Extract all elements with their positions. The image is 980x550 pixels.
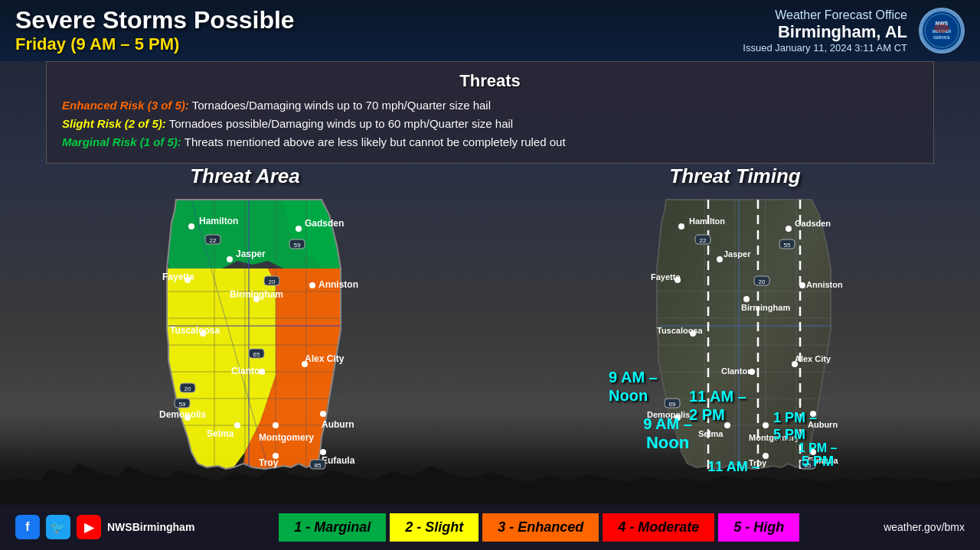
svg-text:Selma: Selma	[207, 428, 234, 439]
threat-timing-svg: Hamilton Gadsden Jasper Fayette Anniston…	[605, 192, 865, 475]
header-right: Weather Forecast Office Birmingham, AL I…	[743, 8, 907, 54]
social-media-icons: f 🐦 ▶ NWSBirmingham	[15, 515, 194, 539]
svg-point-53	[320, 449, 326, 455]
svg-point-25	[188, 223, 194, 229]
issued-date: Issued January 11, 2024 3:11 AM CT	[743, 42, 907, 54]
svg-text:65: 65	[253, 351, 260, 358]
svg-text:Selma: Selma	[698, 429, 724, 438]
threat-area-map: Hamilton Gadsden Jasper Fayette Anniston…	[115, 192, 375, 467]
svg-text:20: 20	[269, 278, 276, 285]
svg-text:22: 22	[210, 237, 217, 244]
nws-logo: NWS WEATHER SERVICE	[919, 8, 965, 54]
svg-text:9 AM –: 9 AM –	[643, 415, 692, 432]
legend-high: 5 - High	[718, 513, 799, 542]
office-city: Birmingham, AL	[743, 22, 907, 42]
svg-text:Troy: Troy	[259, 457, 279, 468]
svg-text:Clanton: Clanton	[231, 366, 266, 376]
svg-point-94	[799, 282, 805, 288]
svg-point-33	[309, 282, 315, 288]
svg-text:22: 22	[700, 237, 707, 244]
page-title: Severe Storms Possible	[15, 7, 743, 34]
svg-text:Tuscaloosa: Tuscaloosa	[657, 326, 704, 335]
svg-point-108	[763, 422, 769, 428]
legend-enhanced: 3 - Enhanced	[482, 513, 599, 542]
marginal-text: Threats mentioned above are less likely …	[185, 135, 566, 148]
svg-text:5 PM: 5 PM	[802, 454, 834, 469]
enhanced-label: Enhanced Risk (3 of 5):	[62, 99, 189, 112]
svg-text:Alex City: Alex City	[305, 353, 345, 364]
legend-items: 1 - Marginal 2 - Slight 3 - Enhanced 4 -…	[194, 513, 884, 542]
facebook-icon[interactable]: f	[15, 515, 40, 539]
svg-text:SERVICE: SERVICE	[933, 35, 951, 40]
threat-marginal: Marginal Risk (1 of 5): Threats mentione…	[62, 134, 918, 150]
threat-timing-panel: Threat Timing	[490, 161, 980, 504]
legend-marginal: 1 - Marginal	[279, 513, 386, 542]
svg-text:20: 20	[759, 278, 766, 285]
svg-point-90	[717, 256, 723, 262]
svg-text:2 PM: 2 PM	[716, 473, 752, 475]
svg-point-45	[234, 422, 240, 428]
svg-text:Clanton: Clanton	[721, 366, 753, 376]
svg-text:Hamilton: Hamilton	[199, 216, 238, 226]
svg-point-49	[320, 411, 326, 417]
legend-slight: 2 - Slight	[390, 513, 479, 542]
svg-text:Anniston: Anniston	[318, 279, 358, 290]
header: Severe Storms Possible Friday (9 AM – 5 …	[0, 0, 980, 61]
threat-area-panel: Threat Area	[0, 161, 490, 504]
svg-text:Fayette: Fayette	[651, 272, 681, 282]
svg-text:Birmingham: Birmingham	[230, 289, 283, 300]
svg-point-5	[934, 24, 949, 33]
threat-area-svg: Hamilton Gadsden Jasper Fayette Anniston…	[115, 192, 375, 475]
svg-text:59: 59	[294, 242, 301, 249]
svg-text:Gadsden: Gadsden	[795, 219, 831, 228]
page-subtitle: Friday (9 AM – 5 PM)	[15, 34, 743, 54]
threats-panel: Threats Enhanced Risk (3 of 5): Tornadoe…	[46, 61, 934, 164]
svg-text:Montgomery: Montgomery	[259, 432, 314, 443]
svg-text:Tuscaloosa: Tuscaloosa	[170, 325, 220, 336]
svg-point-96	[743, 296, 750, 302]
svg-text:Jasper: Jasper	[236, 249, 266, 259]
svg-text:20: 20	[185, 386, 191, 392]
office-line1: Weather Forecast Office	[743, 8, 907, 22]
svg-text:Jasper: Jasper	[724, 249, 751, 259]
header-left: Severe Storms Possible Friday (9 AM – 5 …	[15, 7, 743, 54]
timing-11am-label: 11 AM –2 PM	[689, 387, 746, 424]
social-handle: NWSBirmingham	[107, 521, 194, 533]
svg-text:1 PM –: 1 PM –	[799, 441, 838, 454]
svg-text:Alex City: Alex City	[795, 354, 831, 363]
svg-point-29	[227, 256, 233, 262]
svg-text:Fayette: Fayette	[162, 272, 194, 282]
youtube-icon[interactable]: ▶	[77, 515, 101, 539]
threat-enhanced: Enhanced Risk (3 of 5): Tornadoes/Damagi…	[62, 97, 918, 113]
timing-9am-label: 9 AM –Noon	[609, 368, 658, 405]
svg-point-86	[678, 223, 684, 229]
svg-text:69: 69	[669, 401, 676, 408]
svg-point-88	[786, 226, 792, 232]
slight-text: Tornadoes possible/Damaging winds up to …	[169, 117, 513, 130]
svg-text:Noon: Noon	[646, 433, 689, 452]
legend-moderate: 4 - Moderate	[603, 513, 714, 542]
svg-point-47	[273, 422, 279, 428]
twitter-icon[interactable]: 🐦	[46, 515, 70, 539]
svg-text:Gadsden: Gadsden	[305, 218, 344, 229]
website-link[interactable]: weather.gov/bmx	[884, 521, 965, 533]
svg-text:Hamilton: Hamilton	[689, 216, 725, 226]
maps-area: Threat Area	[0, 161, 980, 504]
threat-slight: Slight Risk (2 of 5): Tornadoes possible…	[62, 116, 918, 132]
threat-timing-title: Threat Timing	[669, 164, 800, 188]
slight-label: Slight Risk (2 of 5):	[62, 117, 166, 130]
svg-text:Eufaula: Eufaula	[322, 455, 355, 466]
threat-timing-map: Hamilton Gadsden Jasper Fayette Anniston…	[605, 192, 865, 467]
svg-text:11 AM –: 11 AM –	[707, 459, 759, 474]
legend-bar: f 🐦 ▶ NWSBirmingham 1 - Marginal 2 - Sli…	[0, 504, 980, 550]
timing-1pm-label: 1 PM –5 PM	[773, 410, 817, 443]
svg-text:Birmingham: Birmingham	[741, 303, 790, 312]
svg-text:Demopolis: Demopolis	[159, 409, 207, 420]
svg-text:Anniston: Anniston	[806, 280, 843, 289]
svg-text:55: 55	[784, 242, 791, 249]
svg-text:85: 85	[315, 462, 322, 469]
threat-area-title: Threat Area	[190, 164, 300, 188]
threats-title: Threats	[62, 71, 918, 91]
enhanced-text: Tornadoes/Damaging winds up to 70 mph/Qu…	[192, 99, 491, 112]
marginal-label: Marginal Risk (1 of 5):	[62, 135, 181, 148]
